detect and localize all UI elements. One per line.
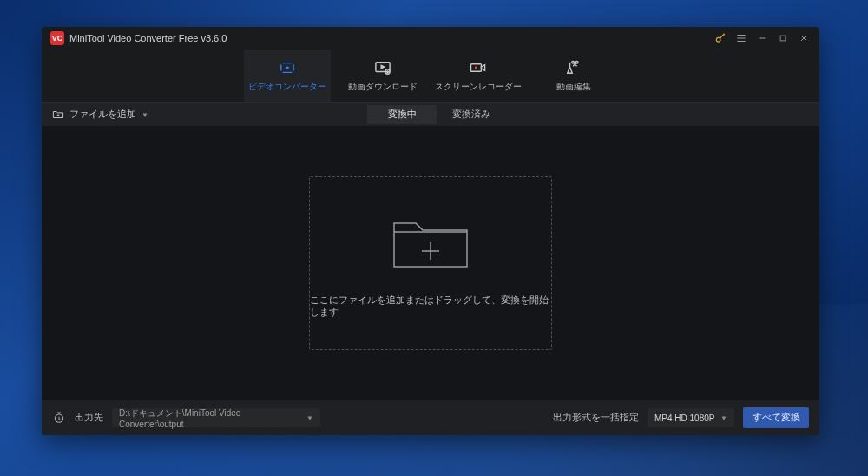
sub-tabs: 変換中 変換済み	[159, 105, 715, 124]
subtab-converted[interactable]: 変換済み	[437, 105, 506, 124]
minimize-button[interactable]	[752, 30, 773, 47]
nav-tab-label: 動画ダウンロード	[348, 81, 418, 93]
app-logo-icon: VC	[50, 31, 64, 45]
close-button[interactable]	[793, 30, 814, 47]
subtab-converting[interactable]: 変換中	[367, 105, 437, 124]
subtab-label: 変換中	[388, 109, 417, 121]
sub-toolbar: ファイルを追加 ▼ 変換中 変換済み	[42, 103, 819, 126]
download-icon	[373, 60, 392, 76]
footer-bar: 出力先 D:\ドキュメント\MiniTool Video Converter\o…	[42, 400, 819, 435]
folder-add-icon	[387, 208, 474, 277]
recorder-icon	[469, 60, 488, 76]
editor-icon	[564, 60, 583, 76]
nav-tab-label: ビデオコンバーター	[248, 81, 326, 93]
drop-zone-hint: ここにファイルを追加またはドラッグして、変換を開始します	[310, 294, 551, 319]
svg-point-0	[716, 37, 720, 42]
svg-point-5	[475, 66, 477, 69]
output-format-value: MP4 HD 1080P	[654, 413, 714, 423]
add-file-button[interactable]: ファイルを追加 ▼	[42, 103, 159, 126]
top-nav: ビデオコンバーター 動画ダウンロード スクリーンレコーダー	[42, 50, 819, 103]
menu-button[interactable]	[731, 30, 752, 47]
nav-tab-label: 動画編集	[556, 81, 591, 93]
svg-point-6	[572, 61, 575, 63]
nav-tab-label: スクリーンレコーダー	[435, 81, 522, 93]
upgrade-key-icon[interactable]	[710, 30, 731, 47]
convert-all-button[interactable]: すべて変換	[743, 407, 809, 428]
svg-rect-1	[780, 36, 786, 41]
nav-tab-editor[interactable]: 動画編集	[530, 50, 617, 102]
drop-zone[interactable]: ここにファイルを追加またはドラッグして、変換を開始します	[309, 176, 552, 350]
output-path-selector[interactable]: D:\ドキュメント\MiniTool Video Converter\outpu…	[112, 408, 320, 427]
nav-tab-recorder[interactable]: スクリーンレコーダー	[435, 50, 522, 102]
folder-plus-icon	[52, 109, 64, 120]
chevron-down-icon: ▼	[141, 111, 148, 119]
maximize-button[interactable]	[773, 30, 793, 47]
chevron-down-icon: ▼	[306, 414, 313, 422]
chevron-down-icon: ▼	[720, 414, 727, 422]
schedule-icon[interactable]	[52, 411, 66, 425]
output-format-label: 出力形式を一括指定	[553, 412, 639, 424]
add-file-label: ファイルを追加	[69, 109, 136, 121]
title-bar: VC MiniTool Video Converter Free v3.6.0	[42, 27, 819, 50]
nav-tab-converter[interactable]: ビデオコンバーター	[244, 50, 331, 102]
subtab-label: 変換済み	[452, 109, 490, 121]
output-path-value: D:\ドキュメント\MiniTool Video Converter\outpu…	[119, 407, 306, 429]
app-title: MiniTool Video Converter Free v3.6.0	[69, 33, 227, 43]
app-window: VC MiniTool Video Converter Free v3.6.0	[42, 27, 819, 435]
output-label: 出力先	[75, 412, 103, 424]
main-area: ここにファイルを追加またはドラッグして、変換を開始します	[42, 126, 819, 400]
nav-tab-download[interactable]: 動画ダウンロード	[339, 50, 426, 102]
converter-icon	[278, 60, 297, 76]
output-format-selector[interactable]: MP4 HD 1080P ▼	[648, 408, 734, 427]
convert-all-label: すべて変換	[753, 412, 800, 424]
